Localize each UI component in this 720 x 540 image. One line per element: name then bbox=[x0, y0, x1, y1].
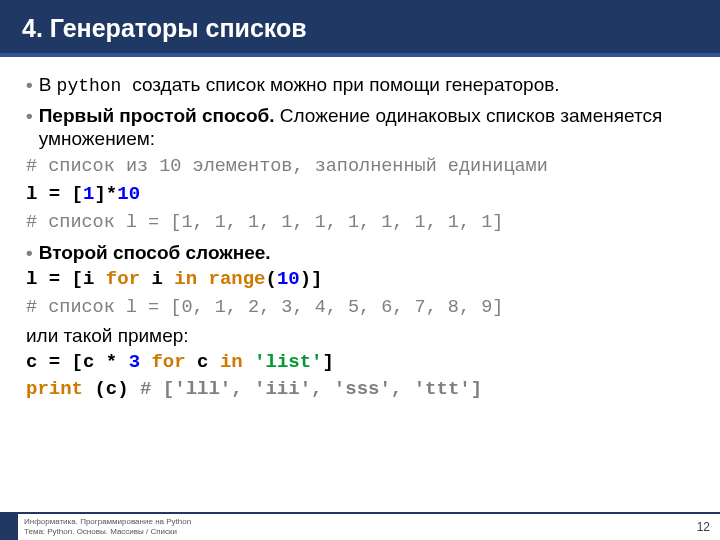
bullet-3: • Второй способ сложнее. bbox=[26, 241, 694, 264]
code-4: print (c) # ['lll', 'iii', 'sss', 'ttt'] bbox=[26, 378, 694, 401]
bullet-dot: • bbox=[26, 73, 33, 98]
slide-footer: Информатика. Программирование на Python … bbox=[0, 512, 720, 540]
footer-line-1: Информатика. Программирование на Python bbox=[24, 517, 697, 527]
footer-accent bbox=[0, 514, 18, 540]
comment-3: # список l = [0, 1, 2, 3, 4, 5, 6, 7, 8,… bbox=[26, 297, 694, 320]
page-number: 12 bbox=[697, 520, 720, 534]
bullet-1: • В python создать список можно при помо… bbox=[26, 73, 694, 98]
comment-1: # список из 10 элементов, заполненный ед… bbox=[26, 156, 694, 179]
bullet-dot: • bbox=[26, 241, 33, 264]
code-3: c = [c * 3 for c in 'list'] bbox=[26, 351, 694, 374]
plain-text-1: или такой пример: bbox=[26, 324, 694, 347]
bullet-1-text: В python создать список можно при помощи… bbox=[39, 73, 560, 98]
code-1: l = [1]*10 bbox=[26, 183, 694, 206]
bullet-2: • Первый простой способ. Сложение одинак… bbox=[26, 104, 694, 150]
bullet-dot: • bbox=[26, 104, 33, 150]
slide-content: • В python создать список можно при помо… bbox=[0, 57, 720, 401]
bullet-2-text: Первый простой способ. Сложение одинаков… bbox=[39, 104, 694, 150]
comment-2: # список l = [1, 1, 1, 1, 1, 1, 1, 1, 1,… bbox=[26, 212, 694, 235]
footer-text: Информатика. Программирование на Python … bbox=[18, 517, 697, 536]
slide-title: 4. Генераторы списков bbox=[0, 0, 720, 57]
bullet-3-text: Второй способ сложнее. bbox=[39, 241, 271, 264]
code-2: l = [i for i in range(10)] bbox=[26, 268, 694, 291]
footer-line-2: Тема: Python. Основы. Массивы / Списки bbox=[24, 527, 697, 537]
